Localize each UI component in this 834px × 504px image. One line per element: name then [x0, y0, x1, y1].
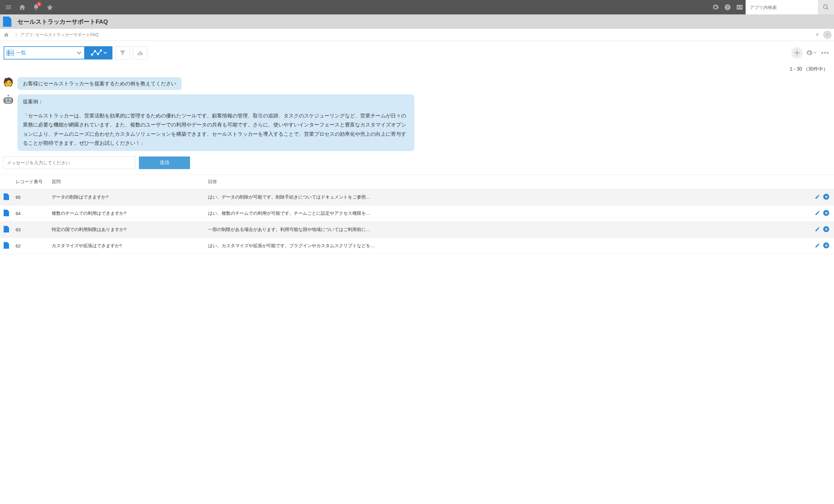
- svg-point-16: [821, 52, 823, 54]
- add-record-button[interactable]: [791, 47, 803, 59]
- app-titlebar: セールストラッカーサポートFAQ: [0, 15, 834, 29]
- home-icon[interactable]: [16, 1, 28, 13]
- app-doc-icon: [3, 17, 12, 27]
- cell-record-no: 62: [13, 237, 49, 254]
- cell-question: データの削除はできますか?: [49, 189, 205, 205]
- edit-icon[interactable]: [815, 227, 820, 232]
- record-doc-icon[interactable]: [4, 210, 9, 216]
- edit-icon[interactable]: [815, 210, 820, 216]
- global-header: 2 ?: [0, 0, 834, 15]
- search-input[interactable]: [746, 0, 818, 15]
- svg-rect-5: [7, 50, 14, 56]
- cell-answer: はい、データの削除が可能です。削除手続きについてはドキュメントをご参照…: [205, 189, 810, 205]
- user-message-bubble: お客様にセールストラッカーを提案するための例を教えてください: [18, 77, 182, 90]
- cell-record-no: 64: [13, 205, 49, 221]
- chat-panel: 🧑 お客様にセールストラッカーを提案するための例を教えてください 🤖 提案例： …: [0, 76, 834, 175]
- breadcrumb-text: アプリ: セールストラッカーサポートFAQ: [20, 32, 98, 38]
- cell-answer: はい、複数のチームでの利用が可能です。チームごとに設定やアクセス権限を…: [205, 205, 810, 221]
- bot-avatar-icon: 🤖: [3, 94, 13, 105]
- col-header-answer: 回答: [205, 175, 810, 189]
- delete-icon[interactable]: ✕: [823, 226, 829, 232]
- pin-icon[interactable]: [812, 30, 821, 39]
- table-row[interactable]: 64複数のチームでの利用はできますか?はい、複数のチームでの利用が可能です。チー…: [0, 205, 834, 221]
- bot-message-body: 「セールストラッカーは、営業活動を効果的に管理するための優れたツールです。顧客情…: [23, 111, 409, 148]
- record-doc-icon[interactable]: [4, 193, 9, 200]
- info-icon[interactable]: i: [823, 31, 832, 39]
- col-header-icon: [0, 175, 13, 189]
- send-button[interactable]: 送信: [139, 157, 190, 169]
- svg-point-3: [824, 5, 827, 9]
- user-avatar-icon: 🧑: [3, 77, 13, 87]
- svg-rect-15: [141, 52, 142, 55]
- breadcrumb: アプリ: セールストラッカーサポートFAQ i: [0, 29, 834, 41]
- view-dropdown[interactable]: 一覧: [4, 46, 85, 60]
- edit-icon[interactable]: [815, 194, 820, 200]
- cell-record-no: 65: [13, 189, 49, 205]
- view-dropdown-label: 一覧: [16, 50, 74, 56]
- bot-message-heading: 提案例：: [23, 97, 409, 107]
- delete-icon[interactable]: ✕: [823, 194, 829, 200]
- settings-gear-icon[interactable]: [709, 1, 722, 13]
- bot-message-bubble: 提案例： 「セールストラッカーは、営業活動を効果的に管理するための優れたツールで…: [18, 94, 414, 151]
- cell-question: 特定の国での利用制限はありますか?: [49, 221, 205, 237]
- cell-answer: はい、カスタマイズや拡張が可能です。プラグインやカスタムスクリプトなどを…: [205, 237, 810, 254]
- more-menu[interactable]: [819, 47, 830, 58]
- view-toolbar: 一覧: [0, 41, 834, 62]
- col-header-record-no: レコード番号: [13, 175, 49, 189]
- svg-text:?: ?: [726, 5, 729, 9]
- cell-question: カスタマイズや拡張はできますか?: [49, 237, 205, 254]
- help-icon[interactable]: ?: [722, 1, 733, 13]
- chart-button[interactable]: [133, 46, 147, 60]
- table-row[interactable]: 65データの削除はできますか?はい、データの削除が可能です。削除手続きについては…: [0, 189, 834, 205]
- page-title: セールストラッカーサポートFAQ: [12, 18, 108, 26]
- delete-icon[interactable]: ✕: [823, 243, 829, 248]
- search-button[interactable]: [818, 0, 834, 15]
- filter-button[interactable]: [115, 46, 130, 60]
- col-header-question: 質問: [49, 175, 205, 189]
- global-search: [746, 0, 834, 15]
- chevron-down-icon: [104, 52, 107, 54]
- dev-icon[interactable]: [733, 1, 746, 13]
- cell-record-no: 63: [13, 221, 49, 237]
- breadcrumb-home-icon[interactable]: [2, 31, 10, 39]
- delete-icon[interactable]: ✕: [823, 210, 829, 216]
- favorite-icon[interactable]: [44, 1, 56, 13]
- svg-rect-13: [138, 53, 139, 55]
- cell-answer: 一部の制限がある場合があります。利用可能な国や地域についてはご利用前に…: [205, 221, 810, 237]
- chevron-down-icon: [77, 51, 81, 54]
- svg-line-4: [827, 8, 829, 10]
- records-table: レコード番号 質問 回答 65データの削除はできますか?はい、データの削除が可能…: [0, 175, 834, 254]
- settings-dropdown[interactable]: [806, 47, 816, 58]
- chat-input[interactable]: [3, 157, 135, 169]
- svg-point-17: [824, 52, 826, 54]
- notification-badge: 2: [37, 2, 42, 7]
- svg-rect-14: [139, 51, 141, 55]
- menu-icon[interactable]: [2, 1, 15, 13]
- notifications-icon[interactable]: 2: [30, 1, 42, 13]
- col-header-actions: [810, 175, 834, 189]
- graph-view-button[interactable]: [85, 46, 112, 60]
- table-row[interactable]: 62カスタマイズや拡張はできますか?はい、カスタマイズや拡張が可能です。プラグイ…: [0, 237, 834, 254]
- svg-point-18: [827, 52, 829, 54]
- record-count: 1 - 30 （30件中）: [0, 62, 834, 76]
- record-doc-icon[interactable]: [4, 242, 9, 249]
- edit-icon[interactable]: [815, 243, 820, 248]
- list-grid-icon: [7, 50, 14, 56]
- table-row[interactable]: 63特定の国での利用制限はありますか?一部の制限がある場合があります。利用可能な…: [0, 221, 834, 237]
- record-doc-icon[interactable]: [4, 226, 9, 232]
- cell-question: 複数のチームでの利用はできますか?: [49, 205, 205, 221]
